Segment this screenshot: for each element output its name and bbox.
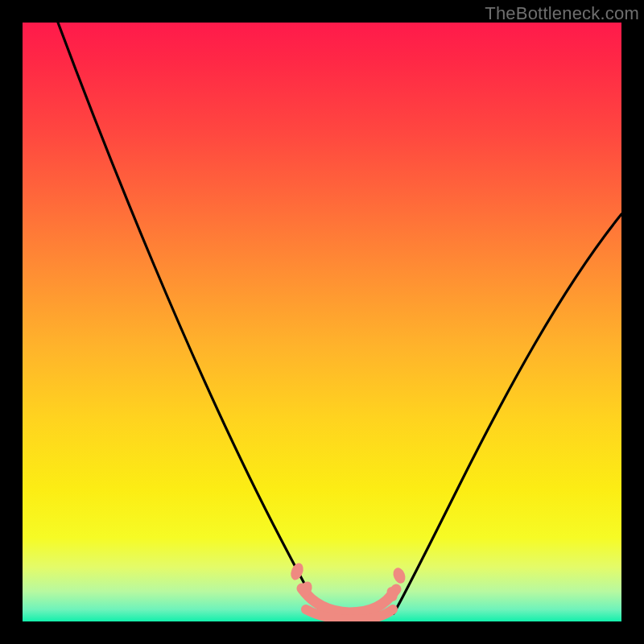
plot-area <box>23 23 621 621</box>
left-curve <box>58 23 318 608</box>
chart-svg <box>23 23 621 621</box>
right-curve <box>394 214 621 613</box>
watermark-text: TheBottleneck.com <box>485 3 639 24</box>
right-nodule-1 <box>391 566 407 585</box>
chart-frame: TheBottleneck.com <box>0 0 644 644</box>
